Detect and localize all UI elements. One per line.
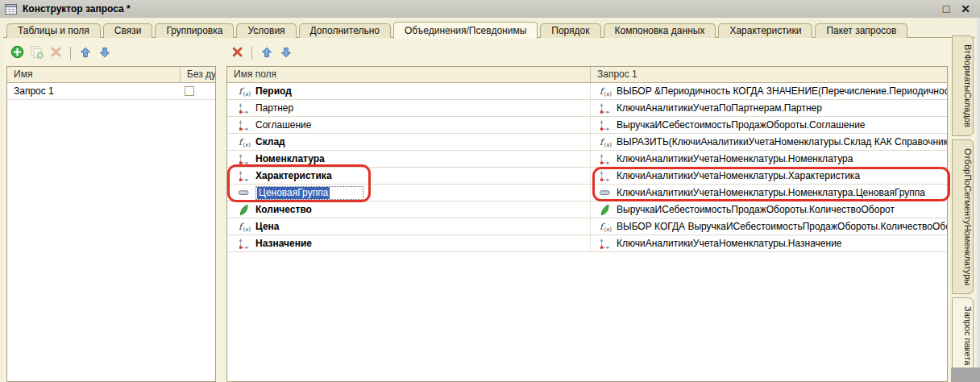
table-row[interactable]: f(x)Складf(x)ВЫРАЗИТЬ(КлючиАналитикиУчет… <box>227 134 947 151</box>
query-expression-cell: КлючиАналитикиУчетаПоПартнерам.Партнер <box>590 100 947 116</box>
field-icon <box>237 118 251 131</box>
field-name-cell: ЦеноваяГруппа <box>227 185 590 201</box>
table-row[interactable]: f(x)Ценаf(x)ВЫБОР КОГДА ВыручкаИСебестои… <box>227 218 947 235</box>
svg-text:(x): (x) <box>243 91 251 98</box>
svg-text:(x): (x) <box>604 142 612 148</box>
add-copy-icon <box>30 45 44 61</box>
column-header-no-duplicates: Без ду... <box>180 67 215 82</box>
field-name-cell: Количество <box>227 201 590 218</box>
field-icon <box>237 169 251 182</box>
move-down-icon <box>280 46 293 61</box>
table-row[interactable]: ХарактеристикаКлючиАналитикиУчетаНоменкл… <box>227 168 947 185</box>
table-row[interactable]: ЦеноваяГруппаКлючиАналитикиУчетаНоменкла… <box>227 185 947 201</box>
query-expression-cell: КлючиАналитикиУчетаНоменклатуры.Назначен… <box>590 235 947 251</box>
table-row[interactable]: ПартнерКлючиАналитикиУчетаПоПартнерам.Па… <box>227 100 947 117</box>
field-name-cell: Соглашение <box>227 117 590 133</box>
query-expression-cell: f(x)ВЫБОР &Периодичность КОГДА ЗНАЧЕНИЕ(… <box>590 83 947 99</box>
side-tab-0[interactable]: ВтФорматыСкладов <box>952 35 974 136</box>
field-icon <box>598 102 612 114</box>
query-expression-cell: f(x)ВЫБОР КОГДА ВыручкаИСебестоимостьПро… <box>590 218 947 235</box>
fields-toolbar <box>230 44 293 62</box>
fields-table-header: Имя поля Запрос 1 <box>227 67 947 83</box>
query-name: Запрос 1 <box>7 85 180 97</box>
field-icon <box>598 169 612 182</box>
query-builder-window: Конструктор запроса * □ ✕ Таблицы и поля… <box>0 0 980 382</box>
field-icon <box>598 152 612 165</box>
function-icon: f(x) <box>598 85 612 98</box>
aggregate-icon <box>598 203 612 216</box>
move-up-icon <box>79 46 92 61</box>
query-list-toolbar <box>10 44 112 62</box>
delete-button <box>48 46 64 61</box>
no-duplicates-checkbox[interactable] <box>185 86 194 96</box>
tab-2[interactable]: Группировка <box>155 23 234 38</box>
field-name-cell: Характеристика <box>227 168 590 184</box>
table-row[interactable]: НоменклатураКлючиАналитикиУчетаНоменклат… <box>227 151 947 168</box>
tab-6[interactable]: Порядок <box>540 23 600 38</box>
query-expression-cell: f(x)ВЫРАЗИТЬ(КлючиАналитикиУчетаНоменкла… <box>590 134 947 150</box>
query-list-item[interactable]: Запрос 1 <box>7 83 215 100</box>
tab-9[interactable]: Пакет запросов <box>815 23 907 38</box>
fields-table: Имя поля Запрос 1 f(x)Периодf(x)ВЫБОР &П… <box>226 66 948 382</box>
query-expression: ВыручкаИСебестоимостьПродажОбороты.Колич… <box>617 204 895 215</box>
tab-8[interactable]: Характеристики <box>718 23 812 38</box>
move-down-icon <box>98 46 111 61</box>
aggregate-icon <box>237 203 251 216</box>
svg-text:(x): (x) <box>243 226 251 233</box>
function-icon: f(x) <box>237 135 251 148</box>
query-expression-cell: ВыручкаИСебестоимостьПродажОбороты.Колич… <box>590 201 947 218</box>
field-icon <box>237 102 251 114</box>
maximize-button[interactable]: □ <box>936 1 956 17</box>
add-icon <box>10 45 24 61</box>
add-button[interactable] <box>10 46 25 61</box>
no-duplicates-cell <box>180 83 215 99</box>
query-list-rows: Запрос 1 <box>7 83 215 100</box>
move-down-button[interactable] <box>97 46 112 61</box>
query-builder-icon <box>5 2 19 15</box>
tab-4[interactable]: Дополнительно <box>299 23 391 38</box>
toolbar-separator <box>70 47 71 60</box>
move-down-button[interactable] <box>278 46 293 61</box>
query-expression-cell: КлючиАналитикиУчетаНоменклатуры.Номенкла… <box>590 151 947 167</box>
function-icon: f(x) <box>237 85 251 98</box>
window-right-edge <box>977 18 980 367</box>
field-icon <box>598 118 612 131</box>
move-up-icon <box>260 46 273 61</box>
field-name: Соглашение <box>255 119 311 131</box>
tab-3[interactable]: Условия <box>236 23 296 38</box>
table-row[interactable]: НазначениеКлючиАналитикиУчетаНоменклатур… <box>227 235 947 252</box>
tab-1[interactable]: Связи <box>103 23 153 38</box>
equals-icon <box>598 186 612 199</box>
table-row[interactable]: КоличествоВыручкаИСебестоимостьПродажОбо… <box>227 201 947 218</box>
field-name: Период <box>255 85 292 97</box>
side-tab-1[interactable]: ОтборПоСегментуНоменклатуры <box>952 139 974 294</box>
column-header-name: Имя <box>7 67 180 82</box>
table-row[interactable]: f(x)Периодf(x)ВЫБОР &Периодичность КОГДА… <box>227 83 947 100</box>
tab-bar: Таблицы и поляСвязиГруппировкаУсловияДоп… <box>6 22 907 38</box>
field-name-cell: Номенклатура <box>227 151 590 167</box>
move-up-button[interactable] <box>77 46 93 61</box>
query-list-header: Имя Без ду... <box>7 67 215 83</box>
field-name-cell: f(x)Склад <box>227 134 590 150</box>
field-icon <box>598 237 612 250</box>
svg-text:(x): (x) <box>604 91 612 98</box>
delete-button[interactable] <box>230 46 245 61</box>
field-name: Партнер <box>255 102 293 114</box>
close-button[interactable]: ✕ <box>956 1 975 17</box>
field-name-edit-box[interactable]: ЦеноваяГруппа <box>255 186 363 200</box>
query-expression-cell: КлючиАналитикиУчетаНоменклатуры.Характер… <box>590 168 947 184</box>
window-bottom-corner <box>951 367 980 382</box>
field-name: Цена <box>255 221 280 232</box>
column-header-query-1: Запрос 1 <box>590 67 947 82</box>
move-up-button[interactable] <box>259 46 274 61</box>
tab-5[interactable]: Объединения/Псевдонимы <box>393 22 538 39</box>
query-expression: КлючиАналитикиУчетаНоменклатуры.Номенкла… <box>617 187 925 198</box>
selected-field-name: ЦеноваяГруппа <box>257 187 330 199</box>
field-name-cell: f(x)Период <box>227 83 590 99</box>
window-title: Конструктор запроса * <box>23 3 936 15</box>
tab-7[interactable]: Компоновка данных <box>604 23 716 38</box>
field-name-cell: Партнер <box>227 100 590 116</box>
table-row[interactable]: СоглашениеВыручкаИСебестоимостьПродажОбо… <box>227 117 947 134</box>
tab-0[interactable]: Таблицы и поля <box>6 23 101 38</box>
query-list-table: Имя Без ду... Запрос 1 <box>6 66 216 382</box>
